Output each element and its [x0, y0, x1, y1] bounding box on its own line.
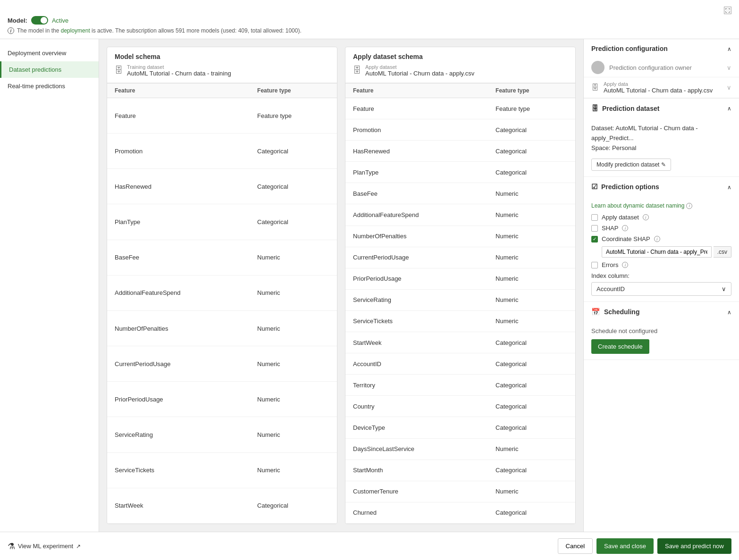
type-cell: Numeric	[488, 310, 575, 332]
feature-cell: Promotion	[107, 134, 250, 169]
app-container: ⛶ Model: Active i The model in the deplo…	[0, 0, 739, 560]
sidebar-item-dataset-predictions[interactable]: Dataset predictions	[0, 61, 99, 78]
apply-dataset-text: Apply dataset AutoML Tutorial - Churn da…	[365, 64, 474, 77]
type-cell: Feature type	[250, 98, 337, 134]
table-row: StartWeekCategorical	[345, 332, 575, 353]
apply-dataset-info-icon: i	[643, 214, 649, 220]
prediction-options-header[interactable]: ☑ Prediction options	[584, 177, 739, 197]
cancel-button[interactable]: Cancel	[558, 538, 593, 554]
table-row: AccountIDCategorical	[345, 353, 575, 375]
prediction-config-header[interactable]: Prediction configuration	[584, 39, 739, 58]
prediction-dataset-chevron	[727, 105, 731, 112]
model-status: Active	[52, 17, 68, 24]
apply-schema-card: Apply dataset schema 🗄 Apply dataset Aut…	[345, 47, 576, 524]
model-dataset-info: 🗄 Training dataset AutoML Tutorial - Chu…	[115, 64, 329, 77]
model-schema-card: Model schema 🗄 Training dataset AutoML T…	[107, 47, 337, 524]
table-row: PlanTypeCategorical	[345, 162, 575, 183]
model-schema-header: Model schema 🗄 Training dataset AutoML T…	[107, 47, 337, 83]
info-icon: i	[8, 27, 14, 34]
feature-cell: Feature	[107, 98, 250, 134]
errors-checkbox[interactable]	[591, 262, 598, 268]
table-row: AdditionalFeatureSpendNumeric	[345, 204, 575, 226]
sidebar-item-deployment-overview[interactable]: Deployment overview	[0, 45, 99, 61]
type-cell: Categorical	[488, 502, 575, 523]
prediction-options-title: ☑ Prediction options	[591, 183, 659, 191]
type-cell: Categorical	[250, 204, 337, 240]
modify-prediction-dataset-button[interactable]: Modify prediction dataset ✎	[591, 159, 671, 171]
feature-cell: DaysSinceLastService	[345, 438, 488, 460]
apply-data-db-icon: 🗄	[591, 84, 599, 92]
prediction-config-owner-row: Prediction configuration owner ∨	[584, 58, 739, 77]
type-cell: Numeric	[250, 346, 337, 382]
shap-option-row: SHAP i	[591, 225, 731, 232]
feature-cell: Churned	[345, 502, 488, 523]
coordinate-shap-checkbox[interactable]	[591, 236, 598, 242]
pred-options-icon: ☑	[591, 183, 597, 191]
apply-dataset-label: Apply dataset	[365, 64, 474, 70]
table-row: DaysSinceLastServiceNumeric	[345, 438, 575, 460]
index-column-container: Index column: AccountID ∨	[591, 272, 731, 296]
type-cell: Numeric	[488, 183, 575, 204]
window-expand-button[interactable]: ⛶	[724, 7, 731, 14]
feature-cell: NumberOfPenalties	[345, 226, 488, 247]
scheduling-content: Schedule not configured Create schedule	[584, 322, 739, 359]
center-pane: Model schema 🗄 Training dataset AutoML T…	[99, 39, 583, 532]
learn-dynamic-naming-link[interactable]: Learn about dynamic dataset naming i	[591, 202, 731, 209]
save-close-button[interactable]: Save and close	[596, 538, 654, 554]
apply-type-col-header: Feature type	[488, 84, 575, 98]
apply-dataset-checkbox[interactable]	[591, 214, 598, 221]
table-row: NumberOfPenaltiesNumeric	[345, 226, 575, 247]
shap-option-label: SHAP	[602, 225, 618, 232]
prediction-dataset-header[interactable]: 🗄 Prediction dataset	[584, 99, 739, 118]
errors-info-icon: i	[622, 262, 628, 268]
coord-shap-input[interactable]	[602, 246, 712, 258]
save-predict-button[interactable]: Save and predict now	[657, 538, 731, 554]
feature-cell: NumberOfPenalties	[107, 310, 250, 346]
feature-cell: AdditionalFeatureSpend	[345, 204, 488, 226]
scheduling-title-text: Scheduling	[604, 308, 639, 316]
apply-data-row: 🗄 Apply data AutoML Tutorial - Churn dat…	[584, 77, 739, 98]
scheduling-chevron	[727, 309, 731, 316]
errors-option-label: Errors	[602, 261, 618, 268]
owner-chevron-down-icon[interactable]: ∨	[727, 64, 731, 71]
coordinate-shap-label: Coordinate SHAP	[602, 235, 650, 242]
scheduling-header[interactable]: 📅 Scheduling	[584, 302, 739, 322]
create-schedule-button[interactable]: Create schedule	[591, 339, 649, 354]
scheduling-icon: 📅	[591, 308, 600, 316]
prediction-dataset-title-text: Prediction dataset	[602, 105, 659, 112]
sidebar-item-realtime-predictions[interactable]: Real-time predictions	[0, 78, 99, 94]
table-row: BaseFeeNumeric	[107, 240, 337, 275]
table-row: FeatureFeature type	[107, 98, 337, 134]
feature-cell: StartWeek	[107, 488, 250, 523]
table-row: DeviceTypeCategorical	[345, 417, 575, 438]
sidebar: Deployment overview Dataset predictions …	[0, 39, 99, 532]
table-row: CustomerTenureNumeric	[345, 481, 575, 502]
table-row: FeatureFeature type	[345, 98, 575, 119]
table-row: ChurnedCategorical	[345, 502, 575, 523]
apply-schema-header-row: Feature Feature type	[345, 84, 575, 98]
prediction-dataset-section: 🗄 Prediction dataset Dataset: AutoML Tut…	[584, 99, 739, 177]
feature-cell: PlanType	[345, 162, 488, 183]
type-cell: Numeric	[488, 247, 575, 268]
apply-data-label: Apply data	[604, 81, 713, 87]
table-row: PriorPeriodUsageNumeric	[345, 268, 575, 289]
apply-data-chevron-down-icon[interactable]: ∨	[727, 84, 731, 91]
prediction-config-section: Prediction configuration Prediction conf…	[584, 39, 739, 99]
feature-cell: AdditionalFeatureSpend	[107, 275, 250, 310]
external-link-icon: ↗	[76, 543, 81, 550]
full-main: Deployment overview Dataset predictions …	[0, 39, 739, 532]
model-type-col-header: Feature type	[250, 84, 337, 98]
apply-data-value: AutoML Tutorial - Churn data - apply.csv	[604, 87, 713, 94]
table-row: ServiceTicketsNumeric	[107, 452, 337, 488]
type-cell: Numeric	[488, 481, 575, 502]
model-toggle[interactable]	[31, 16, 48, 25]
type-cell: Numeric	[250, 382, 337, 417]
view-experiment-button[interactable]: ⚗ View ML experiment ↗	[8, 541, 81, 552]
deployment-link[interactable]: deployment	[61, 27, 90, 34]
prediction-config-chevron	[727, 45, 731, 52]
apply-db-icon: 🗄	[353, 66, 361, 75]
type-cell: Categorical	[488, 332, 575, 353]
shap-checkbox[interactable]	[591, 225, 598, 232]
index-column-select[interactable]: AccountID ∨	[591, 282, 731, 296]
model-schema-table: Feature Feature type FeatureFeature type…	[107, 83, 337, 524]
